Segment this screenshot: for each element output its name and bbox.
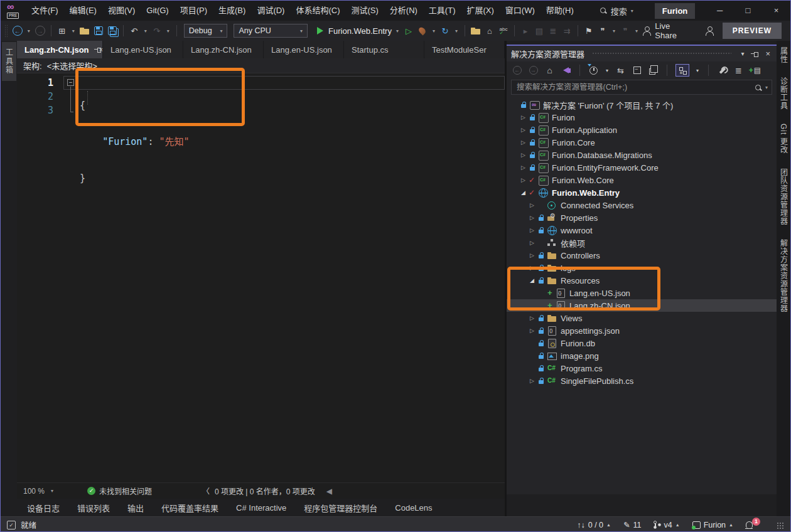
zoom-control[interactable]: 100 % ▾: [17, 487, 65, 496]
panel-tab[interactable]: C# Interactive: [236, 503, 286, 513]
menu-item[interactable]: 项目(P): [175, 1, 213, 21]
tree-row[interactable]: logs: [507, 262, 777, 274]
preview-selected-icon[interactable]: ≣: [733, 65, 744, 76]
live-share-button[interactable]: Live Share: [642, 21, 692, 40]
tree-row[interactable]: SingleFilePublish.cs: [507, 375, 777, 387]
expander-icon[interactable]: [519, 164, 528, 171]
menu-item[interactable]: 帮助(H): [541, 1, 579, 21]
document-tab[interactable]: Lang.zh-CN.json ×: [183, 41, 264, 58]
pending-edits-status[interactable]: ✎ 11: [623, 520, 641, 529]
start-debug-icon[interactable]: [317, 27, 323, 35]
docked-vertical-tab[interactable]: Git 更改: [777, 122, 791, 156]
document-tab[interactable]: Lang.en-US.json ×: [264, 41, 344, 58]
tree-row[interactable]: image.png: [507, 349, 777, 362]
collapse-chevron-icon[interactable]: 〈: [202, 486, 210, 496]
git-sync-status[interactable]: ↑↓ 0 / 0 ▲: [577, 521, 611, 529]
menu-item[interactable]: 测试(S): [345, 1, 384, 21]
expander-icon[interactable]: [527, 240, 537, 246]
feedback-person-icon[interactable]: [705, 26, 714, 35]
add-item-icon[interactable]: ▤: [749, 66, 761, 75]
tree-row[interactable]: Furion.Database.Migrations: [507, 149, 777, 161]
tree-row[interactable]: Lang.zh-CN.json: [507, 299, 777, 312]
quote-list-2-icon[interactable]: ❞: [620, 25, 631, 36]
solution-configuration-combo[interactable]: Debug ▾: [184, 24, 228, 38]
preview-button[interactable]: PREVIEW: [723, 23, 782, 39]
expander-icon[interactable]: [519, 152, 528, 158]
expander-icon[interactable]: [519, 189, 528, 196]
open-file-icon[interactable]: [80, 26, 90, 35]
expander-icon[interactable]: [527, 215, 537, 221]
switch-views-icon[interactable]: [563, 67, 569, 73]
toolbox-vertical-tab[interactable]: 工具箱: [2, 42, 16, 81]
pending-changes-filter-icon[interactable]: [589, 66, 598, 75]
menu-item[interactable]: 文件(F): [26, 1, 64, 21]
new-project-icon[interactable]: ⊞: [56, 25, 68, 36]
start-without-debug-icon[interactable]: ▷: [403, 25, 414, 36]
undo-dropdown[interactable]: ▾: [143, 25, 149, 36]
expander-icon[interactable]: [527, 202, 537, 208]
code-editor[interactable]: 1 2 3 − { "Furion": "先知" }: [17, 73, 505, 482]
menu-item[interactable]: Git(G): [141, 1, 174, 21]
menu-item[interactable]: 编辑(E): [64, 1, 102, 21]
tree-row[interactable]: Furion: [507, 111, 777, 124]
expander-icon[interactable]: [519, 114, 528, 120]
navigate-back-icon[interactable]: ←: [13, 26, 23, 36]
menu-item[interactable]: 视图(V): [102, 1, 141, 21]
expander-icon[interactable]: [519, 139, 528, 146]
file-nesting-dropdown[interactable]: ▾: [695, 65, 700, 76]
expander-icon[interactable]: [527, 277, 537, 284]
solution-search-box[interactable]: ▾: [511, 80, 772, 95]
expander-icon[interactable]: [527, 252, 537, 258]
tree-row[interactable]: Furion.Web.Entry: [507, 186, 777, 199]
tree-back-icon[interactable]: ←: [513, 66, 522, 75]
navigate-back-dropdown[interactable]: ▾: [26, 25, 32, 36]
expander-icon[interactable]: [527, 227, 537, 233]
new-project-dropdown[interactable]: ▾: [70, 25, 77, 36]
tree-row[interactable]: Furion.EntityFramework.Core: [507, 161, 777, 174]
properties-wrench-icon[interactable]: [719, 67, 726, 74]
toolbar-drag-handle[interactable]: [4, 24, 8, 37]
find-in-files-icon[interactable]: [471, 26, 481, 35]
home-icon[interactable]: ⌂: [544, 65, 555, 76]
maximize-button[interactable]: □: [734, 1, 762, 21]
restart-dropdown[interactable]: ▾: [453, 25, 460, 36]
undo-icon[interactable]: ↶: [129, 25, 140, 36]
document-tab[interactable]: Startup.cs ×: [344, 41, 424, 58]
tree-row[interactable]: Connected Services: [507, 199, 777, 211]
solution-platform-combo[interactable]: Any CPU ▾: [234, 24, 308, 38]
copy-structure-icon[interactable]: ▤: [534, 25, 545, 36]
tree-row[interactable]: appsettings.json: [507, 324, 777, 337]
redo-icon[interactable]: ↷: [151, 25, 163, 36]
tree-row[interactable]: Furion.db: [507, 337, 777, 349]
tree-row[interactable]: Lang.en-US.json: [507, 287, 777, 299]
document-tab[interactable]: TestModuleSer ×: [424, 41, 505, 58]
tree-row[interactable]: Properties: [507, 211, 777, 224]
docked-vertical-tab[interactable]: 属性: [777, 46, 791, 65]
navigate-forward-icon[interactable]: →: [35, 26, 45, 36]
expander-icon[interactable]: [519, 127, 528, 133]
hot-reload-icon[interactable]: [418, 26, 428, 36]
scroll-left-icon[interactable]: ◀: [326, 487, 332, 496]
redo-dropdown[interactable]: ▾: [165, 25, 171, 36]
spellcheck-icon[interactable]: abc: [499, 26, 507, 36]
solution-name-badge[interactable]: Furion: [655, 3, 695, 19]
quote-list-icon[interactable]: ❞: [597, 25, 608, 36]
tree-row[interactable]: Furion.Web.Core: [507, 174, 777, 186]
restart-app-icon[interactable]: ↻: [439, 25, 451, 36]
architecture-value[interactable]: <未选择架构>: [47, 60, 97, 72]
quote-list-2-dropdown[interactable]: ▾: [633, 25, 640, 36]
search-box[interactable]: 搜索 ▾: [595, 3, 638, 18]
resize-grip[interactable]: [777, 522, 784, 529]
tree-row[interactable]: Views: [507, 312, 777, 324]
startup-project-dropdown[interactable]: ▾: [394, 25, 401, 36]
pane-menu-icon[interactable]: ▾: [739, 50, 746, 57]
task-status-icon[interactable]: ✓: [7, 521, 16, 529]
expander-icon[interactable]: [527, 315, 537, 321]
pane-drag-area[interactable]: [592, 52, 731, 55]
tree-row[interactable]: Furion.Application: [507, 124, 777, 136]
menu-item[interactable]: 生成(B): [213, 1, 251, 21]
quote-list-dropdown[interactable]: ▾: [611, 25, 617, 36]
menu-item[interactable]: 窗口(W): [500, 1, 541, 21]
menu-item[interactable]: 体系结构(C): [290, 1, 345, 21]
bookmark-icon[interactable]: ⚑: [583, 25, 595, 36]
